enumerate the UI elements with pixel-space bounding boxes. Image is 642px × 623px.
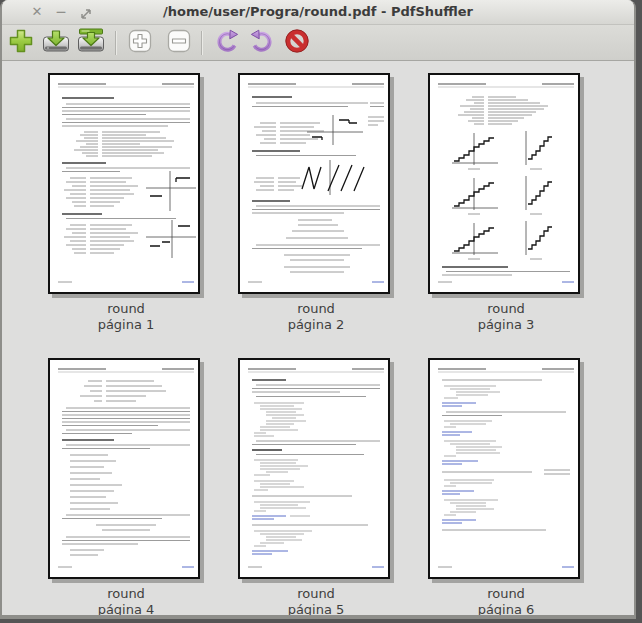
thumbnail-canvas[interactable]: round página 1 <box>2 61 634 615</box>
plus-icon <box>8 28 34 58</box>
zoom-out-icon <box>167 29 191 57</box>
page-number-label: página 3 <box>416 317 596 333</box>
page-thumbnail-5[interactable] <box>238 358 390 579</box>
delete-page-button[interactable] <box>284 28 310 58</box>
doc-name: round <box>36 586 216 602</box>
delete-stop-icon <box>284 28 310 58</box>
rotate-right-icon <box>249 28 275 58</box>
page-caption-2: round página 2 <box>226 301 406 333</box>
zoom-in-button[interactable] <box>128 28 152 58</box>
save-as-button[interactable] <box>77 28 105 58</box>
pdfshuffler-window: ✕ ─ /home/user/Progra/round.pdf - PdfShu… <box>0 0 636 619</box>
doc-name: round <box>416 586 596 602</box>
page-caption-4: round página 4 <box>36 586 216 618</box>
window-title: /home/user/Progra/round.pdf - PdfShuffle… <box>2 4 634 19</box>
doc-name: round <box>36 301 216 317</box>
page-caption-5: round página 5 <box>226 586 406 618</box>
doc-name: round <box>226 301 406 317</box>
zoom-out-button[interactable] <box>167 28 191 58</box>
rotate-left-icon <box>214 28 240 58</box>
page-number-label: página 1 <box>36 317 216 333</box>
page-thumbnail-4[interactable] <box>48 358 200 579</box>
save-icon <box>42 28 70 58</box>
doc-name: round <box>416 301 596 317</box>
page-thumbnail-3[interactable] <box>428 73 580 294</box>
toolbar-separator <box>201 31 203 55</box>
titlebar[interactable]: ✕ ─ /home/user/Progra/round.pdf - PdfShu… <box>2 0 634 25</box>
page-caption-3: round página 3 <box>416 301 596 333</box>
page-number-label: página 2 <box>226 317 406 333</box>
save-button[interactable] <box>42 28 70 58</box>
page-thumbnail-1[interactable] <box>48 73 200 294</box>
toolbar-separator <box>115 31 117 55</box>
doc-name: round <box>226 586 406 602</box>
toolbar <box>2 25 634 61</box>
page-thumbnail-6[interactable] <box>428 358 580 579</box>
save-as-icon <box>77 28 105 58</box>
zoom-in-icon <box>128 29 152 57</box>
page-number-label: página 6 <box>416 602 596 618</box>
page-thumbnail-2[interactable] <box>238 73 390 294</box>
page-caption-6: round página 6 <box>416 586 596 618</box>
add-file-button[interactable] <box>8 28 34 58</box>
rotate-right-button[interactable] <box>249 28 275 58</box>
page-number-label: página 4 <box>36 602 216 618</box>
page-caption-1: round página 1 <box>36 301 216 333</box>
page-number-label: página 5 <box>226 602 406 618</box>
rotate-left-button[interactable] <box>214 28 240 58</box>
